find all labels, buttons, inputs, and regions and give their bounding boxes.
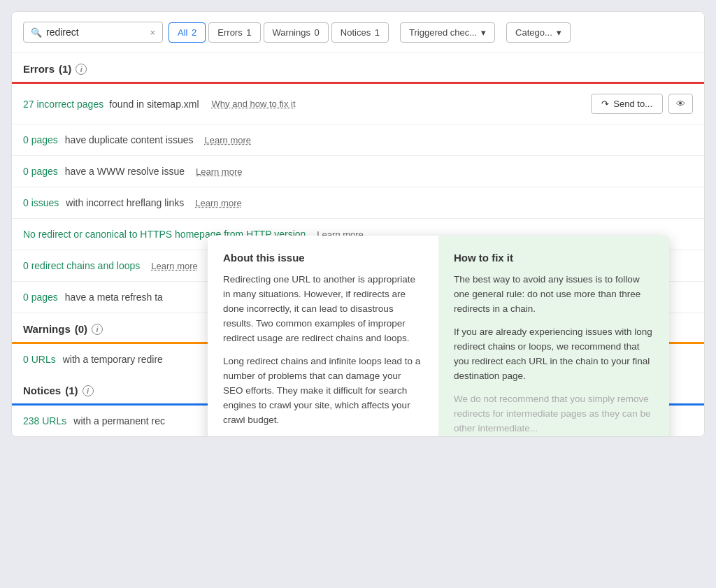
tooltip-left-panel: About this issue Redirecting one URL to …: [208, 236, 438, 437]
error-text-duplicate: have duplicate content issues: [65, 134, 194, 145]
category-dropdown[interactable]: Catego... ▾: [506, 22, 571, 43]
warning-link-temp[interactable]: 0 URLs: [23, 354, 56, 365]
send-to-button[interactable]: ↷ Send to...: [591, 94, 663, 114]
row-actions: ↷ Send to... 👁: [591, 94, 693, 114]
tooltip-right-panel: How to fix it The best way to avoid any …: [438, 236, 669, 437]
warnings-info-icon[interactable]: i: [92, 324, 103, 335]
warnings-count: (0): [75, 323, 87, 335]
main-container: 🔍 redirect × All 2 Errors 1 Warnings 0 N…: [11, 11, 705, 437]
filter-tabs: All 2 Errors 1 Warnings 0 Notices 1: [169, 22, 389, 43]
errors-count: (1): [59, 63, 71, 75]
eye-icon: 👁: [676, 99, 685, 109]
learn-more-www[interactable]: Learn more: [196, 166, 242, 177]
search-icon: 🔍: [31, 27, 42, 38]
tooltip-fix-p3: We do not recommend that you simply remo…: [454, 392, 654, 436]
error-text-meta: have a meta refresh ta: [65, 292, 163, 303]
error-row-hreflang: 0 issues with incorrect hreflang links L…: [12, 187, 704, 219]
tooltip-fix-p2: If you are already experiencing issues w…: [454, 325, 654, 384]
toolbar: 🔍 redirect × All 2 Errors 1 Warnings 0 N…: [12, 12, 704, 53]
tooltip-fix-p1: The best way to avoid any issues is to f…: [454, 273, 654, 317]
eye-button[interactable]: 👁: [668, 94, 693, 114]
tooltip-overlay: About this issue Redirecting one URL to …: [208, 236, 669, 437]
tab-all[interactable]: All 2: [169, 22, 206, 43]
error-text-hreflang: with incorrect hreflang links: [66, 197, 184, 208]
error-row-www: 0 pages have a WWW resolve issue Learn m…: [12, 156, 704, 187]
tooltip-about-title: About this issue: [223, 250, 423, 266]
error-link-sitemap[interactable]: 27 incorrect pages: [23, 99, 103, 110]
learn-more-duplicate[interactable]: Learn more: [205, 135, 251, 145]
notice-link-permanent[interactable]: 238 URLs: [23, 415, 66, 426]
tab-warnings[interactable]: Warnings 0: [264, 22, 329, 43]
tab-errors[interactable]: Errors 1: [208, 22, 260, 43]
errors-info-icon[interactable]: i: [76, 64, 87, 75]
error-link-chains[interactable]: 0 redirect chains and loops: [23, 260, 140, 271]
triggered-checks-dropdown[interactable]: Triggered chec... ▾: [400, 22, 495, 43]
error-link-www[interactable]: 0 pages: [23, 166, 58, 177]
notices-info-icon[interactable]: i: [83, 385, 94, 396]
error-text-www: have a WWW resolve issue: [65, 166, 185, 177]
error-link-hreflang[interactable]: 0 issues: [23, 197, 59, 208]
notices-title: Notices: [23, 385, 61, 396]
errors-section-header: Errors (1) i: [12, 53, 704, 82]
why-fix-link[interactable]: Why and how to fix it: [212, 99, 296, 109]
error-row-duplicate: 0 pages have duplicate content issues Le…: [12, 124, 704, 156]
error-text-sitemap: found in sitemap.xml: [109, 99, 199, 110]
learn-more-hreflang[interactable]: Learn more: [195, 198, 241, 208]
chevron-down-icon: ▾: [481, 27, 486, 38]
error-row-sitemap: 27 incorrect pages found in sitemap.xml …: [12, 84, 704, 124]
tab-notices[interactable]: Notices 1: [331, 22, 389, 43]
error-link-meta[interactable]: 0 pages: [23, 292, 58, 303]
notices-count: (1): [65, 385, 78, 396]
row-content: 27 incorrect pages found in sitemap.xml …: [23, 99, 584, 110]
tooltip-about-p2: Long redirect chains and infinite loops …: [223, 354, 423, 428]
send-icon: ↷: [601, 99, 609, 109]
clear-icon[interactable]: ×: [150, 27, 155, 38]
tooltip-fix-title: How to fix it: [454, 250, 654, 266]
learn-more-chains[interactable]: Learn more: [151, 261, 197, 271]
errors-title: Errors: [23, 63, 55, 75]
warnings-title: Warnings: [23, 323, 71, 335]
error-link-duplicate[interactable]: 0 pages: [23, 134, 58, 145]
search-box: 🔍 redirect ×: [23, 22, 163, 43]
search-input[interactable]: redirect: [46, 27, 145, 38]
chevron-down-icon: ▾: [557, 27, 561, 38]
warning-text-temp: with a temporary redire: [63, 354, 163, 365]
notice-text-permanent: with a permanent rec: [73, 415, 165, 426]
tooltip-about-p1: Redirecting one URL to another is approp…: [223, 273, 423, 346]
